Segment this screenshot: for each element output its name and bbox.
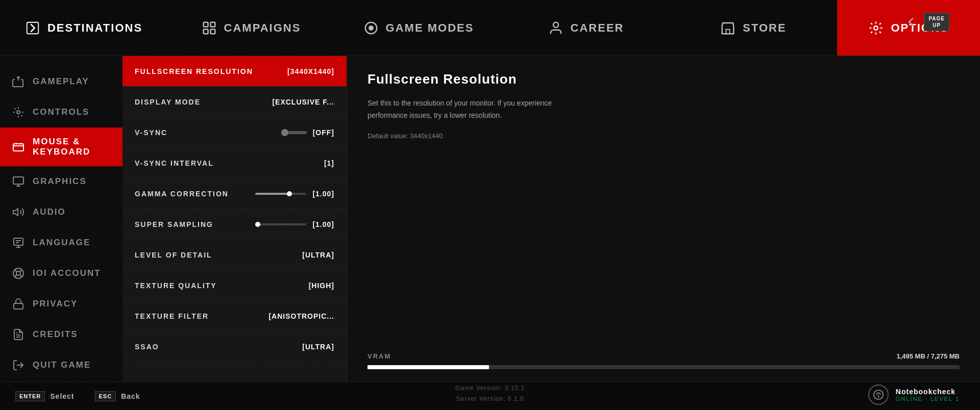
setting-super-sampling-label: SUPER SAMPLING bbox=[135, 220, 213, 228]
back-arrow-icon[interactable] bbox=[903, 14, 919, 30]
sidebar-ioi-account-label: IOI ACCOUNT bbox=[33, 268, 101, 278]
nav-game-modes-label: GAME MODES bbox=[386, 21, 474, 35]
server-version: Server Version: 8.1.0 bbox=[455, 394, 525, 405]
sidebar-privacy-label: PRIVACY bbox=[33, 299, 78, 309]
nav-store[interactable]: STORE bbox=[670, 0, 837, 56]
setting-level-of-detail-value: [ULTRA] bbox=[302, 251, 334, 259]
vram-value: 1,495 MB / 7,275 MB bbox=[896, 352, 960, 360]
nav-career[interactable]: CAREER bbox=[502, 0, 670, 56]
sidebar-controls-label: CONTROLS bbox=[33, 107, 89, 117]
privacy-icon bbox=[12, 298, 24, 310]
svg-point-7 bbox=[553, 22, 558, 27]
bottom-control-select: ENTER Select bbox=[15, 391, 75, 401]
nav-destinations[interactable]: DESTINATIONS bbox=[0, 0, 167, 56]
sidebar-quit-game-label: QUIT GAME bbox=[33, 360, 91, 370]
setting-level-of-detail[interactable]: LEVEL OF DETAIL [ULTRA] bbox=[122, 240, 347, 270]
nav-campaigns-label: CAMPAIGNS bbox=[224, 21, 301, 35]
super-sampling-slider-track[interactable] bbox=[255, 223, 306, 225]
graphics-icon bbox=[12, 175, 24, 188]
sidebar-credits-label: CREDITS bbox=[33, 329, 78, 340]
controls-icon bbox=[12, 106, 24, 118]
notebook-status: ONLINE · LEVEL 1 bbox=[896, 396, 960, 402]
setting-display-mode[interactable]: DISPLAY MODE [EXCLUSIVE F... bbox=[122, 87, 347, 117]
enter-key-badge: ENTER bbox=[15, 391, 45, 401]
setting-super-sampling[interactable]: SUPER SAMPLING [1.00] bbox=[122, 209, 347, 240]
setting-ssao-label: SSAO bbox=[135, 343, 159, 351]
page-up-button[interactable]: PAGEUP bbox=[924, 13, 949, 31]
setting-ssao[interactable]: SSAO [ULTRA] bbox=[122, 331, 347, 362]
svg-rect-8 bbox=[726, 29, 730, 34]
setting-vsync-interval[interactable]: V-SYNC INTERVAL [1] bbox=[122, 148, 347, 178]
sidebar-item-privacy[interactable]: PRIVACY bbox=[0, 289, 122, 319]
setting-texture-filter[interactable]: TEXTURE FILTER [ANISOTROPIC... bbox=[122, 301, 347, 331]
sidebar-item-mouse-keyboard[interactable]: MOUSE & KEYBOARD bbox=[0, 127, 122, 166]
setting-fullscreen-resolution-value: [3440X1440] bbox=[287, 67, 334, 75]
svg-rect-21 bbox=[14, 303, 23, 309]
nav-destinations-label: DESTINATIONS bbox=[47, 21, 142, 35]
game-modes-icon bbox=[363, 20, 379, 36]
sidebar-item-credits[interactable]: CREDITS bbox=[0, 319, 122, 350]
destinations-icon bbox=[25, 20, 40, 36]
career-icon bbox=[548, 20, 564, 36]
setting-fullscreen-resolution-label: FULLSCREEN RESOLUTION bbox=[135, 67, 253, 75]
quit-game-icon bbox=[12, 359, 24, 371]
bottom-control-back: ESC Back bbox=[95, 391, 140, 401]
vram-bar-fill bbox=[368, 365, 489, 369]
info-panel: Fullscreen Resolution Set this to the re… bbox=[347, 56, 980, 410]
setting-vsync[interactable]: V-SYNC [OFF] bbox=[122, 117, 347, 148]
info-default-value: Default value: 3440x1440 bbox=[368, 132, 960, 140]
campaigns-icon bbox=[202, 20, 217, 36]
vram-bar-background bbox=[368, 365, 960, 369]
sidebar-language-label: LANGUAGE bbox=[33, 238, 90, 248]
svg-line-19 bbox=[20, 270, 22, 272]
sidebar-graphics-label: GRAPHICS bbox=[33, 176, 87, 187]
sidebar-item-controls[interactable]: CONTROLS bbox=[0, 97, 122, 127]
svg-marker-13 bbox=[13, 209, 18, 216]
svg-rect-14 bbox=[14, 238, 23, 245]
vsync-toggle: [OFF] bbox=[281, 129, 334, 137]
svg-rect-2 bbox=[210, 22, 215, 27]
game-version: Game Version: 3.10.1 bbox=[455, 383, 525, 394]
setting-display-mode-label: DISPLAY MODE bbox=[135, 98, 201, 106]
gamma-slider-container: [1.00] bbox=[255, 190, 334, 198]
nav-bar: DESTINATIONS CAMPAIGNS GAME MODES CAREER… bbox=[0, 0, 980, 56]
gamma-slider-thumb bbox=[287, 191, 292, 196]
vram-section: VRAM 1,495 MB / 7,275 MB bbox=[368, 352, 960, 369]
info-title: Fullscreen Resolution bbox=[368, 71, 960, 87]
notebook-text-container: Notebookcheck ONLINE · LEVEL 1 bbox=[896, 388, 960, 402]
sidebar-item-ioi-account[interactable]: IOI ACCOUNT bbox=[0, 258, 122, 289]
setting-gamma-correction[interactable]: GAMMA CORRECTION [1.00] bbox=[122, 178, 347, 209]
nav-campaigns[interactable]: CAMPAIGNS bbox=[167, 0, 335, 56]
select-label: Select bbox=[50, 392, 74, 400]
sidebar-item-audio[interactable]: AUDIO bbox=[0, 197, 122, 227]
setting-vsync-label: V-SYNC bbox=[135, 129, 167, 137]
nav-game-modes[interactable]: GAME MODES bbox=[335, 0, 502, 56]
sidebar-item-graphics[interactable]: GRAPHICS bbox=[0, 166, 122, 197]
svg-point-10 bbox=[17, 111, 20, 114]
setting-display-mode-value: [EXCLUSIVE F... bbox=[272, 98, 334, 106]
setting-fullscreen-resolution[interactable]: FULLSCREEN RESOLUTION [3440X1440] bbox=[122, 56, 347, 87]
super-sampling-slider-container: [1.00] bbox=[255, 220, 334, 228]
svg-rect-12 bbox=[13, 177, 23, 184]
gamma-slider-fill bbox=[255, 193, 288, 195]
nav-store-label: STORE bbox=[743, 21, 786, 35]
options-icon bbox=[868, 20, 884, 36]
setting-texture-filter-label: TEXTURE FILTER bbox=[135, 312, 209, 320]
setting-vsync-interval-value: [1] bbox=[324, 159, 334, 167]
setting-ssao-value: [ULTRA] bbox=[302, 343, 334, 351]
svg-line-20 bbox=[15, 275, 17, 277]
setting-gamma-correction-label: GAMMA CORRECTION bbox=[135, 190, 229, 198]
sidebar-item-language[interactable]: LANGUAGE bbox=[0, 227, 122, 258]
toggle-track bbox=[281, 131, 307, 134]
language-icon bbox=[12, 237, 24, 249]
sidebar-gameplay-label: GAMEPLAY bbox=[33, 76, 89, 87]
sidebar-item-quit-game[interactable]: QUIT GAME bbox=[0, 350, 122, 380]
vram-header: VRAM 1,495 MB / 7,275 MB bbox=[368, 352, 960, 360]
mouse-keyboard-icon bbox=[12, 141, 24, 153]
svg-point-16 bbox=[16, 271, 20, 275]
sidebar-item-gameplay[interactable]: GAMEPLAY bbox=[0, 66, 122, 97]
setting-texture-quality[interactable]: TEXTURE QUALITY [HIGH] bbox=[122, 270, 347, 301]
setting-texture-filter-value: [ANISOTROPIC... bbox=[268, 312, 334, 320]
svg-rect-4 bbox=[210, 29, 215, 34]
gamma-slider-track[interactable] bbox=[255, 193, 306, 195]
